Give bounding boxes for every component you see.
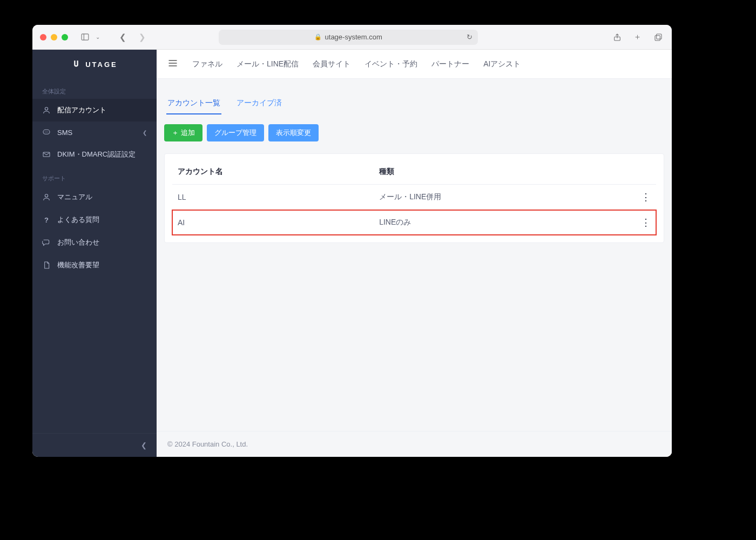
sidebar-item-label: お問い合わせ <box>57 238 99 247</box>
plus-icon: ＋ <box>172 128 179 138</box>
footer: © 2024 Fountain Co., Ltd. <box>157 431 672 457</box>
chevron-left-icon: ❮ <box>141 441 147 449</box>
chevron-down-icon[interactable]: ⌄ <box>92 31 104 43</box>
svg-point-9 <box>48 132 48 132</box>
tab-archived[interactable]: アーカイブ済 <box>235 95 283 114</box>
sidebar-item-label: SMS <box>57 129 72 137</box>
sidebar-section-support: サポート <box>32 166 157 186</box>
sidebar-item-label: マニュアル <box>57 192 92 202</box>
chat-icon <box>42 238 51 247</box>
sidebar-collapse-button[interactable]: ❮ <box>32 433 157 457</box>
sidebar-section-settings: 全体設定 <box>32 79 157 99</box>
cell-type: LINEのみ <box>374 210 636 235</box>
sidebar-item-label: よくある質問 <box>57 215 99 225</box>
brand[interactable]: UTAGE <box>32 50 157 79</box>
top-nav: ファネル メール・LINE配信 会員サイト イベント・予約 パートナー AIアシ… <box>157 50 672 79</box>
copyright: © 2024 Fountain Co., Ltd. <box>167 440 248 448</box>
reload-icon[interactable]: ↻ <box>467 33 473 41</box>
sidebar-item-faq[interactable]: ? よくある質問 <box>32 208 157 231</box>
row-menu-icon[interactable] <box>641 193 651 202</box>
mail-icon <box>42 150 51 159</box>
accounts-panel: アカウント名 種類 LL メール・LINE併用 <box>164 153 664 243</box>
app-root: UTAGE 全体設定 配信アカウント SMS ❮ DKIM・DMARC認証設定 … <box>32 50 672 457</box>
svg-point-7 <box>45 132 45 132</box>
cell-name: AI <box>172 210 374 235</box>
fullscreen-window-button[interactable] <box>62 34 68 40</box>
row-menu-icon[interactable] <box>641 219 651 227</box>
svg-point-11 <box>45 194 48 197</box>
svg-rect-3 <box>657 34 662 39</box>
window-controls <box>40 34 68 40</box>
content: アカウント一覧 アーカイブ済 ＋ 追加 グループ管理 表示順変更 <box>157 79 672 431</box>
new-tab-icon[interactable]: ＋ <box>632 31 644 43</box>
url-host: utage-system.com <box>325 33 382 41</box>
question-icon: ? <box>42 215 51 224</box>
address-bar[interactable]: 🔒 utage-system.com ↻ <box>219 30 478 45</box>
cell-type: メール・LINE併用 <box>374 185 636 210</box>
forward-button[interactable]: ❯ <box>136 31 148 43</box>
back-button[interactable]: ❮ <box>117 31 129 43</box>
topnav-partner[interactable]: パートナー <box>431 59 469 69</box>
cell-name: LL <box>172 185 374 210</box>
sidebar-item-sms[interactable]: SMS ❮ <box>32 122 157 143</box>
svg-rect-0 <box>82 34 89 40</box>
topnav-ai[interactable]: AIアシスト <box>483 59 521 69</box>
sidebar-item-contact[interactable]: お問い合わせ <box>32 231 157 254</box>
topnav-funnel[interactable]: ファネル <box>192 59 222 69</box>
topnav-member[interactable]: 会員サイト <box>313 59 350 69</box>
sidebar-item-delivery-account[interactable]: 配信アカウント <box>32 99 157 122</box>
main-area: ファネル メール・LINE配信 会員サイト イベント・予約 パートナー AIアシ… <box>157 50 672 457</box>
share-icon[interactable] <box>611 31 623 43</box>
sidebar-item-dkim[interactable]: DKIM・DMARC認証設定 <box>32 143 157 166</box>
sidebar-item-feedback[interactable]: 機能改善要望 <box>32 254 157 276</box>
svg-point-8 <box>46 132 47 132</box>
sidebar-item-label: 配信アカウント <box>57 105 106 115</box>
sidebar-toggle-icon[interactable] <box>79 31 91 43</box>
svg-rect-10 <box>43 152 50 157</box>
sub-tabs: アカウント一覧 アーカイブ済 <box>164 95 664 114</box>
col-header-name: アカウント名 <box>172 159 374 185</box>
sidebar-item-label: DKIM・DMARC認証設定 <box>57 150 136 159</box>
add-button-label: 追加 <box>181 128 195 138</box>
tab-account-list[interactable]: アカウント一覧 <box>166 95 221 114</box>
svg-point-5 <box>45 107 48 110</box>
document-icon <box>42 261 51 269</box>
group-manage-button[interactable]: グループ管理 <box>207 124 264 141</box>
accounts-table: アカウント名 種類 LL メール・LINE併用 <box>172 159 656 235</box>
brand-logo-icon <box>71 59 81 69</box>
user-icon <box>42 193 51 201</box>
reorder-button[interactable]: 表示順変更 <box>268 124 319 141</box>
action-buttons: ＋ 追加 グループ管理 表示順変更 <box>164 124 664 141</box>
hamburger-icon[interactable] <box>167 58 178 70</box>
minimize-window-button[interactable] <box>51 34 57 40</box>
topnav-event[interactable]: イベント・予約 <box>364 59 417 69</box>
add-button[interactable]: ＋ 追加 <box>164 124 202 141</box>
browser-window: ⌄ ❮ ❯ 🔒 utage-system.com ↻ ＋ UTAGE <box>32 25 672 457</box>
user-icon <box>42 106 51 114</box>
close-window-button[interactable] <box>40 34 46 40</box>
sidebar-item-manual[interactable]: マニュアル <box>32 186 157 208</box>
chevron-left-icon: ❮ <box>143 130 147 136</box>
topnav-mail-line[interactable]: メール・LINE配信 <box>237 59 299 69</box>
lock-icon: 🔒 <box>314 33 322 40</box>
col-header-type: 種類 <box>374 159 636 185</box>
table-row[interactable]: LL メール・LINE併用 <box>172 185 656 210</box>
sms-icon <box>42 128 51 137</box>
browser-titlebar: ⌄ ❮ ❯ 🔒 utage-system.com ↻ ＋ <box>32 25 672 50</box>
table-row[interactable]: AI LINEのみ <box>172 210 656 235</box>
sidebar-item-label: 機能改善要望 <box>57 260 99 270</box>
tabs-overview-icon[interactable] <box>652 31 664 43</box>
svg-rect-4 <box>655 35 660 40</box>
brand-name: UTAGE <box>85 60 118 69</box>
sidebar: UTAGE 全体設定 配信アカウント SMS ❮ DKIM・DMARC認証設定 … <box>32 50 157 457</box>
